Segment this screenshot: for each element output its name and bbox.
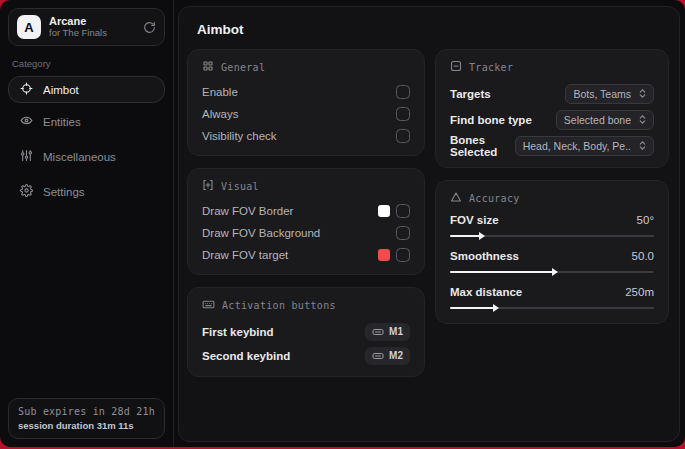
setting-label: Targets <box>450 88 565 100</box>
visibility-check-checkbox[interactable] <box>396 129 410 143</box>
sub-expires-text: Sub expires in 28d 21h <box>18 406 155 417</box>
card-title: Tracker <box>469 62 513 73</box>
sidebar-item-label: Entities <box>43 116 81 128</box>
select-value: Head, Neck, Body, Pe.. <box>523 140 631 152</box>
slider-thumb[interactable] <box>493 304 499 312</box>
key-icon <box>372 326 384 338</box>
setting-label: Always <box>202 108 396 120</box>
setting-label: Draw FOV target <box>202 249 378 261</box>
setting-row: Visibility check <box>202 125 410 146</box>
refresh-icon[interactable] <box>143 21 156 34</box>
app-logo: A <box>17 15 41 39</box>
setting-row: Second keybind M2 <box>202 344 410 367</box>
tracker-card: Tracker Targets Bots, Teams <box>435 49 669 168</box>
select-value: Selected bone <box>564 114 631 126</box>
setting-label: Find bone type <box>450 114 556 126</box>
page-title: Aimbot <box>197 22 669 37</box>
setting-label: Smoothness <box>450 250 632 262</box>
max-distance-value: 250m <box>625 286 654 298</box>
chevron-up-down-icon <box>637 88 648 99</box>
draw-fov-border-checkbox[interactable] <box>396 204 410 218</box>
crosshair-icon <box>20 82 33 97</box>
setting-label: Bones Selected <box>450 134 515 158</box>
setting-row: FOV size 50° <box>450 212 654 242</box>
setting-row: Draw FOV Border <box>202 200 410 221</box>
general-card: General Enable Always Visibility check <box>187 49 425 156</box>
setting-row: Targets Bots, Teams <box>450 81 654 106</box>
tracker-icon <box>450 60 462 74</box>
setting-label: Second keybind <box>202 350 365 362</box>
setting-row: Smoothness 50.0 <box>450 248 654 278</box>
bones-selected-select[interactable]: Head, Neck, Body, Pe.. <box>515 136 654 156</box>
chevron-up-down-icon <box>637 140 648 151</box>
gear-icon <box>20 184 33 199</box>
max-distance-slider[interactable] <box>450 302 654 314</box>
setting-label: Max distance <box>450 286 625 298</box>
triangle-icon <box>450 191 462 205</box>
sidebar: A Arcane for The Finals Category Aimbot <box>0 0 174 447</box>
category-label: Category <box>12 58 165 69</box>
sidebar-item-entities[interactable]: Entities <box>9 108 165 135</box>
card-title: Activation buttons <box>222 300 336 311</box>
sidebar-item-aimbot[interactable]: Aimbot <box>8 76 165 103</box>
smoothness-value: 50.0 <box>632 250 654 262</box>
always-checkbox[interactable] <box>396 107 410 121</box>
enable-checkbox[interactable] <box>396 85 410 99</box>
fov-border-color-swatch[interactable] <box>378 205 390 217</box>
fov-target-color-swatch[interactable] <box>378 249 390 261</box>
sidebar-item-settings[interactable]: Settings <box>9 178 165 205</box>
main-area: Aimbot General <box>174 0 685 447</box>
subscription-info-card: Sub expires in 28d 21h session duration … <box>8 398 165 439</box>
setting-row: First keybind M1 <box>202 320 410 343</box>
plus-brackets-icon <box>202 179 214 193</box>
entities-icon <box>20 114 33 129</box>
targets-select[interactable]: Bots, Teams <box>565 84 654 104</box>
setting-row: Enable <box>202 81 410 102</box>
setting-label: Draw FOV Border <box>202 205 378 217</box>
second-keybind-button[interactable]: M2 <box>365 347 410 365</box>
setting-label: Draw FOV Background <box>202 227 396 239</box>
first-keybind-button[interactable]: M1 <box>365 323 410 341</box>
activation-buttons-card: Activation buttons First keybind M1 <box>187 287 425 377</box>
select-value: Bots, Teams <box>573 88 631 100</box>
setting-label: Visibility check <box>202 130 396 142</box>
sidebar-item-label: Aimbot <box>43 84 79 96</box>
fov-size-value: 50° <box>637 214 654 226</box>
find-bone-type-select[interactable]: Selected bone <box>556 110 654 130</box>
card-title: Accuracy <box>469 193 520 204</box>
app-subtitle: for The Finals <box>49 28 135 39</box>
setting-label: Enable <box>202 86 396 98</box>
brand-card: A Arcane for The Finals <box>8 8 165 46</box>
key-icon <box>372 350 384 362</box>
app-window: A Arcane for The Finals Category Aimbot <box>0 0 685 447</box>
visual-card: Visual Draw FOV Border Draw FOV Backgrou… <box>187 168 425 275</box>
sidebar-nav: Aimbot Entities Miscellaneous <box>8 76 165 213</box>
setting-row: Max distance 250m <box>450 284 654 314</box>
draw-fov-target-checkbox[interactable] <box>396 248 410 262</box>
setting-row: Draw FOV target <box>202 244 410 265</box>
slider-thumb[interactable] <box>552 268 558 276</box>
setting-row: Bones Selected Head, Neck, Body, Pe.. <box>450 133 654 158</box>
grid-icon <box>202 60 214 74</box>
draw-fov-background-checkbox[interactable] <box>396 226 410 240</box>
keyboard-icon <box>202 298 215 313</box>
card-title: Visual <box>221 181 259 192</box>
card-title: General <box>221 62 265 73</box>
sidebar-item-label: Miscellaneous <box>43 151 116 163</box>
session-duration-text: session duration 31m 11s <box>18 420 155 431</box>
setting-label: FOV size <box>450 214 637 226</box>
smoothness-slider[interactable] <box>450 266 654 278</box>
sidebar-item-label: Settings <box>43 186 85 198</box>
setting-row: Find bone type Selected bone <box>450 107 654 132</box>
setting-row: Draw FOV Background <box>202 222 410 243</box>
slider-thumb[interactable] <box>479 232 485 240</box>
sliders-icon <box>20 149 33 164</box>
fov-size-slider[interactable] <box>450 230 654 242</box>
keybind-value: M2 <box>389 350 403 361</box>
app-name: Arcane <box>49 15 135 28</box>
content-panel: Aimbot General <box>178 6 680 442</box>
setting-row: Always <box>202 103 410 124</box>
sidebar-item-miscellaneous[interactable]: Miscellaneous <box>9 143 165 170</box>
keybind-value: M1 <box>389 326 403 337</box>
accuracy-card: Accuracy FOV size 50° <box>435 180 669 324</box>
